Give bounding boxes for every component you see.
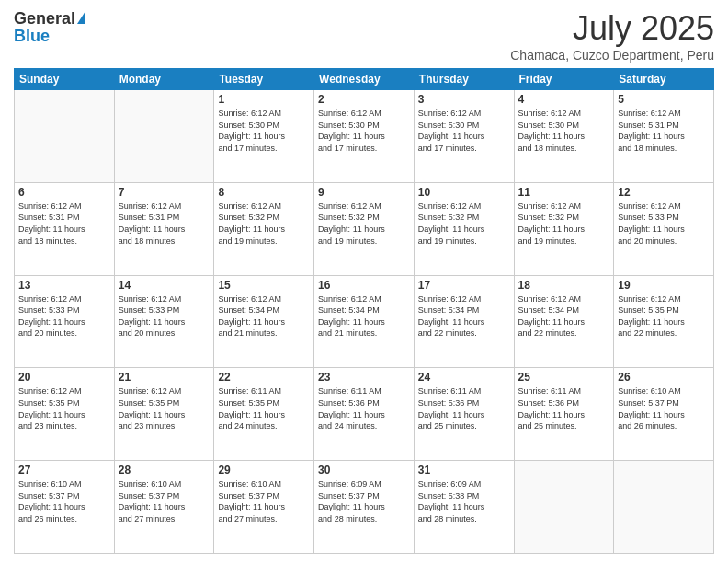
day-info: Sunrise: 6:11 AM Sunset: 5:35 PM Dayligh… [218, 385, 310, 431]
day-number: 15 [218, 279, 310, 292]
table-row [614, 461, 714, 554]
day-info: Sunrise: 6:11 AM Sunset: 5:36 PM Dayligh… [518, 385, 610, 431]
table-row: 26Sunrise: 6:10 AM Sunset: 5:37 PM Dayli… [614, 368, 714, 461]
table-row: 24Sunrise: 6:11 AM Sunset: 5:36 PM Dayli… [414, 368, 514, 461]
day-info: Sunrise: 6:12 AM Sunset: 5:31 PM Dayligh… [18, 201, 110, 247]
day-info: Sunrise: 6:12 AM Sunset: 5:34 PM Dayligh… [518, 293, 610, 339]
table-row: 27Sunrise: 6:10 AM Sunset: 5:37 PM Dayli… [15, 461, 115, 554]
day-info: Sunrise: 6:12 AM Sunset: 5:32 PM Dayligh… [318, 201, 410, 247]
table-row: 7Sunrise: 6:12 AM Sunset: 5:31 PM Daylig… [114, 182, 214, 275]
table-row: 29Sunrise: 6:10 AM Sunset: 5:37 PM Dayli… [214, 461, 314, 554]
table-row: 23Sunrise: 6:11 AM Sunset: 5:36 PM Dayli… [314, 368, 415, 461]
day-info: Sunrise: 6:12 AM Sunset: 5:32 PM Dayligh… [218, 201, 310, 247]
day-info: Sunrise: 6:11 AM Sunset: 5:36 PM Dayligh… [418, 385, 510, 431]
day-number: 25 [518, 371, 610, 384]
day-number: 14 [119, 279, 210, 292]
table-row: 2Sunrise: 6:12 AM Sunset: 5:30 PM Daylig… [314, 90, 415, 183]
day-number: 20 [18, 371, 110, 384]
day-number: 30 [318, 464, 410, 477]
day-number: 26 [618, 371, 710, 384]
day-number: 21 [119, 371, 210, 384]
calendar-week-row: 20Sunrise: 6:12 AM Sunset: 5:35 PM Dayli… [15, 368, 714, 461]
day-info: Sunrise: 6:12 AM Sunset: 5:33 PM Dayligh… [618, 201, 710, 247]
day-number: 31 [418, 464, 510, 477]
day-number: 28 [119, 464, 210, 477]
header: General Blue July 2025 Chamaca, Cuzco De… [14, 9, 714, 63]
logo-arrow-icon [77, 11, 85, 24]
day-info: Sunrise: 6:12 AM Sunset: 5:32 PM Dayligh… [418, 201, 510, 247]
day-number: 19 [618, 279, 710, 292]
logo-general: General [14, 9, 75, 29]
day-info: Sunrise: 6:12 AM Sunset: 5:33 PM Dayligh… [119, 293, 210, 339]
day-number: 16 [318, 279, 410, 292]
day-info: Sunrise: 6:10 AM Sunset: 5:37 PM Dayligh… [119, 478, 210, 524]
day-info: Sunrise: 6:12 AM Sunset: 5:31 PM Dayligh… [119, 201, 210, 247]
calendar-header-row: Sunday Monday Tuesday Wednesday Thursday… [15, 69, 714, 90]
col-sunday: Sunday [15, 69, 115, 90]
calendar-week-row: 6Sunrise: 6:12 AM Sunset: 5:31 PM Daylig… [15, 182, 714, 275]
table-row: 11Sunrise: 6:12 AM Sunset: 5:32 PM Dayli… [514, 182, 614, 275]
table-row: 15Sunrise: 6:12 AM Sunset: 5:34 PM Dayli… [214, 275, 314, 368]
day-info: Sunrise: 6:12 AM Sunset: 5:30 PM Dayligh… [418, 108, 510, 154]
day-number: 8 [218, 186, 310, 199]
day-info: Sunrise: 6:12 AM Sunset: 5:30 PM Dayligh… [318, 108, 410, 154]
location: Chamaca, Cuzco Department, Peru [510, 48, 714, 63]
day-number: 23 [318, 371, 410, 384]
day-number: 18 [518, 279, 610, 292]
table-row: 25Sunrise: 6:11 AM Sunset: 5:36 PM Dayli… [514, 368, 614, 461]
table-row: 5Sunrise: 6:12 AM Sunset: 5:31 PM Daylig… [614, 90, 714, 183]
table-row: 21Sunrise: 6:12 AM Sunset: 5:35 PM Dayli… [114, 368, 214, 461]
table-row: 13Sunrise: 6:12 AM Sunset: 5:33 PM Dayli… [15, 275, 115, 368]
day-number: 17 [418, 279, 510, 292]
table-row [114, 90, 214, 183]
page: General Blue July 2025 Chamaca, Cuzco De… [0, 0, 728, 563]
calendar-week-row: 13Sunrise: 6:12 AM Sunset: 5:33 PM Dayli… [15, 275, 714, 368]
day-info: Sunrise: 6:10 AM Sunset: 5:37 PM Dayligh… [618, 385, 710, 431]
day-number: 13 [18, 279, 110, 292]
day-number: 29 [218, 464, 310, 477]
col-tuesday: Tuesday [214, 69, 314, 90]
day-number: 9 [318, 186, 410, 199]
day-info: Sunrise: 6:09 AM Sunset: 5:37 PM Dayligh… [318, 478, 410, 524]
col-monday: Monday [114, 69, 214, 90]
day-info: Sunrise: 6:10 AM Sunset: 5:37 PM Dayligh… [218, 478, 310, 524]
day-number: 1 [218, 93, 310, 106]
day-number: 11 [518, 186, 610, 199]
day-number: 10 [418, 186, 510, 199]
table-row: 17Sunrise: 6:12 AM Sunset: 5:34 PM Dayli… [414, 275, 514, 368]
day-number: 12 [618, 186, 710, 199]
title-block: July 2025 Chamaca, Cuzco Department, Per… [510, 9, 714, 63]
logo-blue: Blue [14, 27, 50, 46]
table-row: 16Sunrise: 6:12 AM Sunset: 5:34 PM Dayli… [314, 275, 415, 368]
table-row: 20Sunrise: 6:12 AM Sunset: 5:35 PM Dayli… [15, 368, 115, 461]
day-info: Sunrise: 6:12 AM Sunset: 5:35 PM Dayligh… [618, 293, 710, 339]
day-info: Sunrise: 6:12 AM Sunset: 5:34 PM Dayligh… [218, 293, 310, 339]
calendar-week-row: 1Sunrise: 6:12 AM Sunset: 5:30 PM Daylig… [15, 90, 714, 183]
day-number: 27 [18, 464, 110, 477]
table-row: 19Sunrise: 6:12 AM Sunset: 5:35 PM Dayli… [614, 275, 714, 368]
day-info: Sunrise: 6:12 AM Sunset: 5:32 PM Dayligh… [518, 201, 610, 247]
day-info: Sunrise: 6:12 AM Sunset: 5:30 PM Dayligh… [518, 108, 610, 154]
table-row: 12Sunrise: 6:12 AM Sunset: 5:33 PM Dayli… [614, 182, 714, 275]
month-year: July 2025 [510, 9, 714, 48]
table-row: 30Sunrise: 6:09 AM Sunset: 5:37 PM Dayli… [314, 461, 415, 554]
table-row: 9Sunrise: 6:12 AM Sunset: 5:32 PM Daylig… [314, 182, 415, 275]
calendar-table: Sunday Monday Tuesday Wednesday Thursday… [14, 68, 714, 554]
col-saturday: Saturday [614, 69, 714, 90]
day-number: 7 [119, 186, 210, 199]
table-row: 3Sunrise: 6:12 AM Sunset: 5:30 PM Daylig… [414, 90, 514, 183]
logo: General Blue [14, 9, 85, 46]
day-number: 24 [418, 371, 510, 384]
day-number: 3 [418, 93, 510, 106]
day-number: 22 [218, 371, 310, 384]
table-row: 14Sunrise: 6:12 AM Sunset: 5:33 PM Dayli… [114, 275, 214, 368]
day-number: 6 [18, 186, 110, 199]
table-row: 6Sunrise: 6:12 AM Sunset: 5:31 PM Daylig… [15, 182, 115, 275]
day-info: Sunrise: 6:11 AM Sunset: 5:36 PM Dayligh… [318, 385, 410, 431]
table-row: 4Sunrise: 6:12 AM Sunset: 5:30 PM Daylig… [514, 90, 614, 183]
table-row: 1Sunrise: 6:12 AM Sunset: 5:30 PM Daylig… [214, 90, 314, 183]
col-wednesday: Wednesday [314, 69, 415, 90]
day-number: 2 [318, 93, 410, 106]
table-row: 31Sunrise: 6:09 AM Sunset: 5:38 PM Dayli… [414, 461, 514, 554]
table-row [15, 90, 115, 183]
